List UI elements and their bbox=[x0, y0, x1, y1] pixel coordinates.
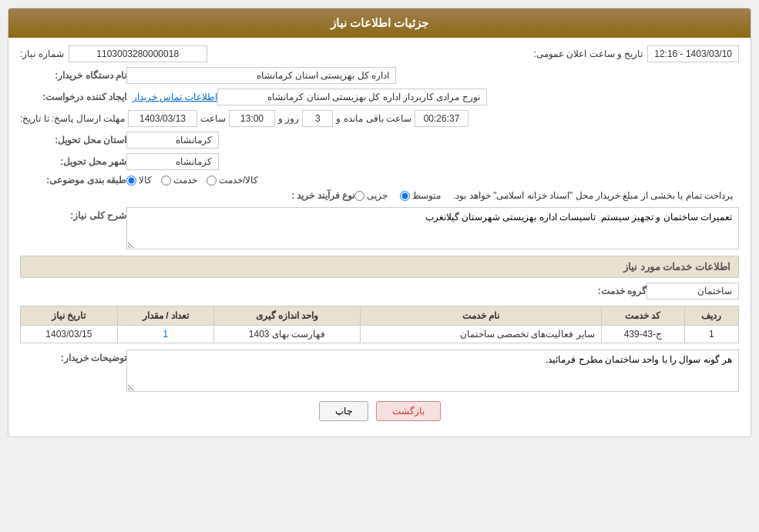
table-row: 1 ج-43-439 سایر فعالیت‌های تخصصی ساختمان… bbox=[21, 326, 739, 343]
province-value: کرمانشاه bbox=[126, 132, 219, 149]
need-description-row: تعمیرات ساختمان و تجهیز سیستم تاسیسات اد… bbox=[20, 207, 739, 249]
province-row: کرمانشاه استان محل تحویل: bbox=[20, 132, 739, 149]
category-option-kala-khedmat: کالا/خدمت bbox=[207, 175, 258, 186]
deadline-separator: و bbox=[336, 113, 341, 124]
cell-rownum: 1 bbox=[684, 326, 738, 343]
cell-unit: فهارست بهای 1403 bbox=[214, 326, 361, 343]
category-option-kala: کالا bbox=[126, 175, 152, 186]
city-row: کرمانشاه شهر محل تحویل: bbox=[20, 153, 739, 170]
announcement-datetime-label: تاریخ و ساعت اعلان عمومی: bbox=[534, 49, 643, 59]
category-row: کالا/خدمت خدمت کالا طبقه بندی موضوعی: bbox=[20, 175, 739, 186]
services-section-header: اطلاعات خدمات مورد نیاز bbox=[20, 256, 739, 278]
deadline-row: 00:26:37 ساعت باقی مانده و 3 روز و 13:00… bbox=[20, 110, 739, 127]
contact-info-link[interactable]: اطلاعات تماس خریدار bbox=[133, 92, 217, 102]
process-options-group: پرداخت تمام یا بخشی از مبلغ خریدار محل "… bbox=[354, 190, 739, 201]
buyer-org-row: اداره کل بهزیستی استان کرمانشاه نام دستگ… bbox=[20, 67, 739, 84]
city-label: شهر محل تحویل: bbox=[26, 156, 126, 167]
buyer-notes-textarea[interactable]: هر گونه سوال را با واحد ساختمان مطرح فرم… bbox=[126, 350, 739, 392]
col-header-need-date: تاریخ نیاز bbox=[21, 306, 118, 326]
process-option-motavasset: متوسط bbox=[400, 190, 441, 201]
deadline-time-label: ساعت bbox=[200, 113, 226, 124]
page-header: جزئیات اطلاعات نیاز bbox=[8, 8, 751, 38]
city-value: کرمانشاه bbox=[126, 153, 219, 170]
group-service-label: گروه خدمت: bbox=[546, 286, 646, 296]
table-header-row: ردیف کد خدمت نام خدمت واحد اندازه گیری ت… bbox=[21, 306, 739, 326]
creator-row: نورج مرادی کاربرداز اداره کل بهزیستی است… bbox=[20, 89, 739, 105]
deadline-date-value: 1403/03/13 bbox=[128, 110, 197, 127]
need-number-group: 1103003280000018 شماره نیاز: bbox=[20, 45, 207, 62]
deadline-days-value: 3 bbox=[302, 110, 333, 127]
col-header-service-name: نام خدمت bbox=[360, 306, 601, 326]
action-buttons: بازگشت چاپ bbox=[20, 401, 739, 429]
services-table: ردیف کد خدمت نام خدمت واحد اندازه گیری ت… bbox=[20, 306, 739, 343]
process-radio-motavasset[interactable] bbox=[400, 191, 410, 201]
category-option-khedmat: خدمت bbox=[161, 175, 197, 186]
announcement-datetime-group: 1403/03/10 - 12:16 تاریخ و ساعت اعلان عم… bbox=[534, 45, 739, 62]
print-button[interactable]: چاپ bbox=[319, 401, 368, 421]
province-label: استان محل تحویل: bbox=[26, 135, 126, 146]
deadline-time-value: 13:00 bbox=[229, 110, 275, 127]
need-number-label: شماره نیاز: bbox=[20, 49, 64, 59]
deadline-remaining-value: 00:26:37 bbox=[415, 110, 468, 127]
cell-service-code: ج-43-439 bbox=[601, 326, 684, 343]
category-radio-kala-khedmat[interactable] bbox=[207, 176, 217, 186]
deadline-remaining-label: ساعت باقی مانده bbox=[344, 113, 411, 124]
need-description-content: تعمیرات ساختمان و تجهیز سیستم تاسیسات اد… bbox=[126, 207, 739, 249]
back-button[interactable]: بازگشت bbox=[376, 401, 441, 421]
process-motavasset-label: متوسط bbox=[412, 190, 441, 201]
announcement-datetime-value: 1403/03/10 - 12:16 bbox=[647, 45, 739, 62]
col-header-quantity: تعداد / مقدار bbox=[117, 306, 214, 326]
group-service-value: ساختمان bbox=[646, 283, 739, 299]
cell-quantity: 1 bbox=[117, 326, 214, 343]
process-label: نوع فرآیند خرید : bbox=[254, 190, 354, 201]
need-description-textarea[interactable]: تعمیرات ساختمان و تجهیز سیستم تاسیسات اد… bbox=[126, 207, 739, 249]
category-khedmat-label: خدمت bbox=[173, 175, 197, 186]
need-description-label: شرح کلی نیاز: bbox=[26, 207, 126, 221]
deadline-days-label: روز و bbox=[278, 113, 299, 124]
creator-value: نورج مرادی کاربرداز اداره کل بهزیستی است… bbox=[217, 89, 487, 105]
creator-label: ایجاد کننده درخواست: bbox=[26, 92, 126, 102]
deadline-label: مهلت ارسال پاسخ: تا تاریخ: bbox=[20, 113, 125, 124]
group-service-row: ساختمان گروه خدمت: bbox=[20, 283, 739, 299]
header-title: جزئیات اطلاعات نیاز bbox=[331, 16, 428, 29]
process-radio-jozii[interactable] bbox=[354, 191, 364, 201]
col-header-unit: واحد اندازه گیری bbox=[214, 306, 361, 326]
buyer-notes-label: توضیحات خریدار: bbox=[26, 350, 126, 363]
category-label: طبقه بندی موضوعی: bbox=[26, 175, 126, 186]
need-number-value: 1103003280000018 bbox=[69, 45, 207, 62]
buyer-notes-content: هر گونه سوال را با واحد ساختمان مطرح فرم… bbox=[126, 350, 739, 392]
col-header-service-code: کد خدمت bbox=[601, 306, 684, 326]
category-options: کالا/خدمت خدمت کالا bbox=[126, 175, 258, 186]
category-radio-kala[interactable] bbox=[126, 176, 136, 186]
buyer-org-value: اداره کل بهزیستی استان کرمانشاه bbox=[126, 67, 396, 84]
cell-need-date: 1403/03/15 bbox=[21, 326, 118, 343]
buyer-org-label: نام دستگاه خریدار: bbox=[26, 70, 126, 81]
process-jozii-label: جزیی bbox=[367, 190, 388, 201]
process-row: پرداخت تمام یا بخشی از مبلغ خریدار محل "… bbox=[20, 190, 739, 201]
services-table-section: ردیف کد خدمت نام خدمت واحد اندازه گیری ت… bbox=[20, 306, 739, 343]
buyer-notes-row: هر گونه سوال را با واحد ساختمان مطرح فرم… bbox=[20, 350, 739, 392]
cell-service-name: سایر فعالیت‌های تخصصی ساختمان bbox=[360, 326, 601, 343]
process-description: پرداخت تمام یا بخشی از مبلغ خریدار محل "… bbox=[453, 190, 733, 201]
process-option-jozii: جزیی bbox=[354, 190, 388, 201]
category-kala-label: کالا bbox=[139, 175, 152, 186]
category-kala-khedmat-label: کالا/خدمت bbox=[219, 175, 258, 186]
category-radio-khedmat[interactable] bbox=[161, 176, 171, 186]
col-header-rownum: ردیف bbox=[684, 306, 738, 326]
